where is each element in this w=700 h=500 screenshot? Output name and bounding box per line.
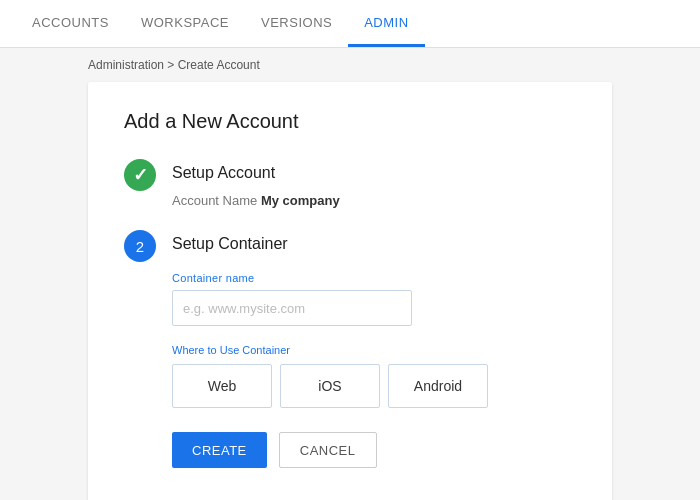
step-1-icon: ✓ <box>124 159 156 191</box>
nav-item-versions[interactable]: VERSIONS <box>245 0 348 47</box>
step-2-title: Setup Container <box>172 228 576 260</box>
container-name-label: Container name <box>172 272 576 284</box>
cancel-button[interactable]: CANCEL <box>279 432 377 468</box>
action-buttons: CREATE CANCEL <box>172 432 576 468</box>
step-1-subtitle: Account Name My company <box>172 193 576 208</box>
where-label: Where to Use Container <box>172 344 576 356</box>
checkmark-icon: ✓ <box>133 164 148 186</box>
main-card: Add a New Account ✓ Setup Account Accoun… <box>88 82 612 500</box>
nav-item-accounts[interactable]: ACCOUNTS <box>16 0 125 47</box>
create-button[interactable]: CREATE <box>172 432 267 468</box>
platform-android-button[interactable]: Android <box>388 364 488 408</box>
step-2-content: Setup Container Container name Where to … <box>172 228 576 468</box>
platform-web-button[interactable]: Web <box>172 364 272 408</box>
platform-ios-button[interactable]: iOS <box>280 364 380 408</box>
step-1-content: Setup Account Account Name My company <box>172 157 576 208</box>
page-title: Add a New Account <box>124 110 576 133</box>
platform-buttons: Web iOS Android <box>172 364 576 408</box>
top-nav: ACCOUNTS WORKSPACE VERSIONS ADMIN <box>0 0 700 48</box>
step-2-number: 2 <box>136 238 144 255</box>
step-1-row: ✓ Setup Account Account Name My company <box>124 157 576 208</box>
step-2-icon: 2 <box>124 230 156 262</box>
nav-item-workspace[interactable]: WORKSPACE <box>125 0 245 47</box>
container-name-input[interactable] <box>172 290 412 326</box>
nav-item-admin[interactable]: ADMIN <box>348 0 424 47</box>
step-2-row: 2 Setup Container Container name Where t… <box>124 228 576 468</box>
breadcrumb: Administration > Create Account <box>0 48 700 82</box>
container-form: Container name Where to Use Container We… <box>172 272 576 408</box>
step-1-title: Setup Account <box>172 157 576 189</box>
